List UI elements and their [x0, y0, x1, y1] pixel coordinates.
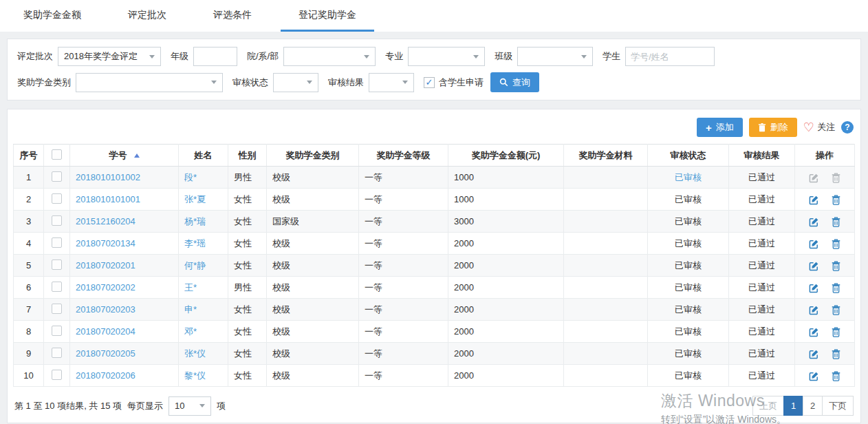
- level-cell: 一等: [359, 321, 448, 343]
- student-id-link[interactable]: 201807020205: [76, 348, 135, 359]
- student-id-link[interactable]: 201807020202: [76, 282, 135, 293]
- audit-result-cell: 已通过: [729, 343, 795, 365]
- student-name-link[interactable]: 杨*瑞: [184, 216, 206, 226]
- search-button[interactable]: 查询: [490, 72, 539, 92]
- sort-asc-icon: [134, 153, 140, 158]
- delete-icon[interactable]: [832, 349, 840, 359]
- header-gender: 性别: [228, 145, 267, 167]
- row-checkbox[interactable]: [52, 259, 62, 270]
- row-checkbox-cell: [44, 255, 70, 277]
- edit-icon[interactable]: [809, 283, 819, 293]
- delete-icon[interactable]: [832, 239, 840, 249]
- edit-icon[interactable]: [809, 195, 819, 205]
- header-student-id[interactable]: 学号: [70, 145, 179, 167]
- grade-label: 年级: [171, 50, 188, 63]
- student-name-link[interactable]: 段*: [184, 172, 197, 182]
- student-id-link[interactable]: 201807020206: [76, 370, 135, 381]
- edit-icon[interactable]: [809, 371, 819, 381]
- level-cell: 一等: [359, 255, 448, 277]
- major-select[interactable]: [408, 47, 485, 66]
- student-id-link[interactable]: 201807020134: [76, 238, 135, 248]
- material-cell: [564, 365, 648, 387]
- amount-cell: 2000: [448, 343, 564, 365]
- student-name-link[interactable]: 黎*仪: [184, 370, 206, 381]
- select-all-checkbox[interactable]: [52, 149, 62, 160]
- class-select[interactable]: [517, 47, 593, 66]
- student-id-link[interactable]: 2018010101002: [76, 172, 140, 182]
- student-name-link[interactable]: 何*静: [184, 260, 206, 271]
- student-name-link[interactable]: 邓*: [184, 326, 197, 337]
- prev-page-button[interactable]: 上页: [752, 396, 784, 416]
- delete-icon[interactable]: [832, 217, 840, 227]
- table-row: 4 201807020134 李*瑶 女性 校级 一等 2000 已审核 已通过: [14, 233, 855, 255]
- tab-register-scholarship[interactable]: 登记奖助学金: [281, 0, 374, 32]
- amount-cell: 1000: [448, 167, 564, 189]
- row-checkbox[interactable]: [52, 193, 62, 204]
- edit-icon[interactable]: [809, 239, 819, 249]
- help-icon[interactable]: ?: [841, 121, 854, 134]
- tab-evaluation-batch[interactable]: 评定批次: [110, 0, 184, 32]
- delete-button[interactable]: 删除: [749, 118, 797, 137]
- audit-result-select[interactable]: [369, 73, 414, 92]
- delete-icon[interactable]: [832, 283, 840, 293]
- row-checkbox[interactable]: [52, 370, 62, 380]
- gender-cell: 女性: [228, 189, 267, 211]
- student-id-link[interactable]: 201512160204: [76, 216, 135, 226]
- operations-cell: [795, 321, 855, 343]
- student-name-link[interactable]: 李*瑶: [184, 238, 206, 248]
- batch-select[interactable]: 2018年奖学金评定: [58, 47, 161, 66]
- grade-input[interactable]: [193, 47, 237, 66]
- student-search-input[interactable]: [625, 47, 715, 66]
- student-id-cell: 201807020134: [70, 233, 179, 255]
- delete-icon[interactable]: [832, 173, 840, 183]
- next-page-button[interactable]: 下页: [822, 396, 854, 416]
- per-page-select[interactable]: 10: [169, 396, 211, 416]
- include-student-apply-label: 含学生申请: [439, 76, 484, 89]
- student-name-link[interactable]: 张*夏: [184, 194, 206, 204]
- edit-icon[interactable]: [809, 261, 819, 271]
- edit-icon[interactable]: [809, 327, 819, 337]
- page-1-button[interactable]: 1: [783, 396, 803, 416]
- audit-status-cell: 已审核: [648, 233, 729, 255]
- edit-icon[interactable]: [809, 217, 819, 227]
- material-cell: [564, 189, 648, 211]
- department-select[interactable]: [283, 47, 376, 66]
- edit-icon[interactable]: [809, 173, 819, 183]
- student-id-link[interactable]: 201807020203: [76, 304, 135, 315]
- include-student-apply-checkbox[interactable]: ✓: [424, 77, 435, 88]
- student-name-link[interactable]: 王*: [184, 282, 197, 293]
- tab-selection-criteria[interactable]: 评选条件: [195, 0, 270, 32]
- row-checkbox[interactable]: [52, 237, 62, 248]
- student-name-link[interactable]: 张*仪: [184, 348, 206, 359]
- row-checkbox[interactable]: [52, 326, 62, 336]
- row-checkbox[interactable]: [52, 348, 62, 358]
- student-id-link[interactable]: 201807020204: [76, 326, 135, 337]
- chevron-down-icon: [199, 404, 205, 407]
- student-id-link[interactable]: 2018010101001: [76, 194, 140, 204]
- gender-cell: 女性: [228, 255, 267, 277]
- tab-scholarship-amount[interactable]: 奖助学金金额: [6, 0, 99, 32]
- audit-result-cell: 已通过: [729, 233, 795, 255]
- row-checkbox[interactable]: [52, 282, 62, 292]
- student-id-link[interactable]: 201807020201: [76, 260, 135, 271]
- scholarship-type-select[interactable]: [76, 73, 223, 92]
- student-id-cell: 201807020206: [70, 365, 179, 387]
- table-row: 6 201807020202 王* 男性 校级 一等 2000 已审核 已通过: [14, 277, 855, 299]
- edit-icon[interactable]: [809, 305, 819, 315]
- row-checkbox[interactable]: [52, 304, 62, 314]
- audit-result-cell: 已通过: [729, 299, 795, 321]
- edit-icon[interactable]: [809, 349, 819, 359]
- delete-icon[interactable]: [832, 305, 840, 315]
- row-checkbox[interactable]: [52, 215, 62, 226]
- add-button[interactable]: + 添加: [697, 118, 743, 137]
- audit-status-select[interactable]: [273, 73, 318, 92]
- material-cell: [564, 211, 648, 233]
- page-2-button[interactable]: 2: [803, 396, 823, 416]
- delete-icon[interactable]: [832, 261, 840, 271]
- student-name-link[interactable]: 申*: [184, 304, 197, 315]
- row-checkbox[interactable]: [52, 171, 62, 182]
- delete-icon[interactable]: [832, 327, 840, 337]
- delete-icon[interactable]: [832, 195, 840, 205]
- follow-button[interactable]: ♡ 关注: [803, 121, 835, 134]
- delete-icon[interactable]: [832, 371, 840, 381]
